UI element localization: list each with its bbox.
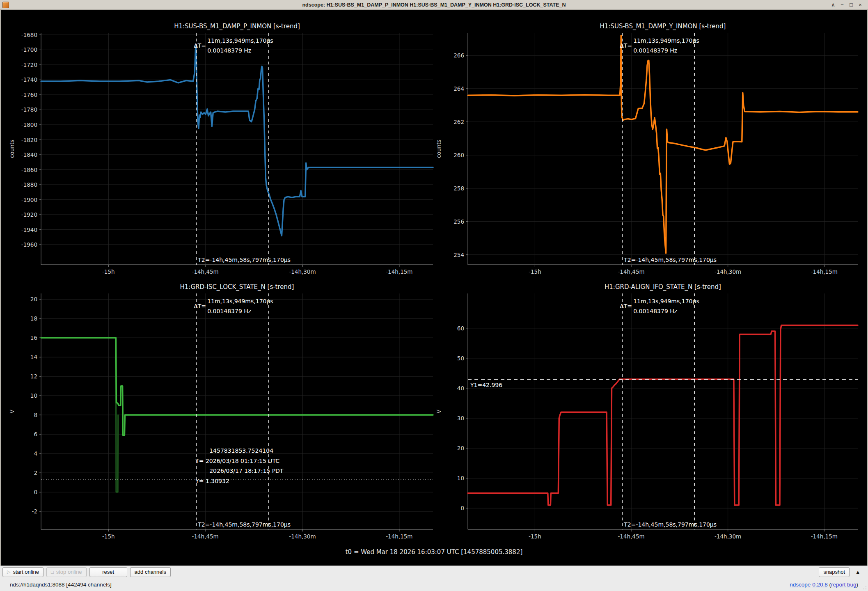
ndscope-window: ndscope: H1:SUS-BS_M1_DAMP_P_INMON H1:SU… [0,0,868,591]
y-tick-label: 264 [453,85,464,92]
y-tick-label: -1780 [21,106,37,113]
close-window-icon[interactable]: × [856,2,865,8]
y-tick-label: -1920 [21,211,37,218]
minimize-window-icon[interactable]: − [838,2,847,8]
delta-t-prefix: ΔT= [620,303,632,309]
plot-grid: -1680-1700-1720-1740-1760-1780-1800-1820… [0,10,868,566]
x-tick-label: -14h,45m [618,268,644,275]
x-tick-label: -14h,30m [715,533,741,540]
start-online-label: start online [13,569,39,575]
delta-t-hz: 0.00148379 Hz [207,47,251,54]
y-tick-label: -1860 [21,167,37,173]
y-tick-label: 60 [457,325,464,332]
y-tick-label: -1740 [21,76,37,83]
y-tick-label: 0 [34,489,37,495]
x-tick-label: -15h [102,533,115,540]
y-tick-label: -1760 [21,92,37,98]
x-tick-label: -14h,15m [811,533,838,540]
window-title: ndscope: H1:SUS-BS_M1_DAMP_P_INMON H1:SU… [0,2,868,8]
y-tick-label: -1880 [21,181,37,188]
plot-title: H1:SUS-BS_M1_DAMP_P_INMON [s-trend] [174,23,300,30]
reset-button[interactable]: reset [89,567,127,577]
t2-cursor-label: T2=-14h,45m,58s,797ms,170µs [623,521,717,528]
about-links: ndscope 0.20.8 (report bug) [790,582,858,588]
delta-t-value: 11m,13s,949ms,170µs [207,298,273,305]
y-tick-label: -1700 [21,46,37,53]
y-tick-label: 12 [30,373,37,380]
stop-icon: □ [51,570,54,575]
plots-canvas[interactable]: -1680-1700-1720-1740-1760-1780-1800-1820… [0,10,868,566]
statusbar: nds://h1daqnds1:8088 [442494 channels] n… [0,578,868,591]
y-tick-label: 266 [453,52,464,59]
delta-t-prefix: ΔT= [194,303,206,309]
y-tick-label: -1900 [21,197,37,203]
y-tick-label: 10 [457,475,464,481]
plot-title: H1:GRD-ALIGN_IFO_STATE_N [s-trend] [605,283,721,291]
datapoint-readout-line: T= 2026/03/18 01:17:15 UTC [195,458,279,464]
delta-t-value: 11m,13s,949ms,170µs [207,37,273,44]
delta-t-prefix: ΔT= [620,42,632,49]
delta-t-hz: 0.00148379 Hz [633,308,677,314]
y-tick-label: -1940 [21,227,37,233]
x-tick-label: -14h,45m [192,533,219,540]
y-axis-label: V [435,409,442,413]
y-tick-label: 30 [457,415,464,421]
datapoint-readout-line: Y= 1.30932 [195,478,229,484]
x-tick-label: -14h,15m [811,268,838,275]
play-icon: ▷ [7,569,10,575]
y-tick-label: -1820 [21,137,37,143]
x-tick-label: -14h,15m [386,533,412,540]
plot-title: H1:GRD-ISC_LOCK_STATE_N [s-trend] [180,283,294,291]
y-tick-label: 260 [453,152,464,158]
x-tick-label: -14h,30m [289,268,316,275]
y-tick-label: -1840 [21,151,37,158]
start-online-button[interactable]: ▷ start online [2,567,44,577]
ndscope-link[interactable]: ndscope [790,582,811,588]
shade-window-icon[interactable]: ∧ [829,2,838,8]
x-tick-label: -15h [529,533,541,540]
bug-paren-close: ) [857,582,859,588]
plot-title: H1:SUS-BS_M1_DAMP_Y_INMON [s-trend] [600,23,726,30]
y-axis-label: V [9,409,15,413]
delta-t-value: 11m,13s,949ms,170µs [633,37,699,44]
plot-background [468,33,858,265]
y-tick-label: -1680 [21,32,37,38]
collapse-panel-icon[interactable]: ▲ [855,569,861,575]
y-axis-label: counts [9,140,15,158]
y-tick-label: -2 [32,508,37,515]
y-tick-label: 50 [457,355,464,362]
add-channels-button[interactable]: add channels [130,567,171,577]
plot-h1-grd-align-ifo-state-n[interactable]: 6050403020100-15h-14h,45m-14h,30m-14h,15… [435,283,858,540]
t2-cursor-label: T2=-14h,45m,58s,797ms,170µs [623,257,717,263]
x-tick-label: -14h,30m [289,533,316,540]
window-controls: ∧ − □ × [829,2,868,8]
stop-online-button[interactable]: □ stop online [46,567,87,577]
datapoint-readout-line: 2026/03/17 18:17:15 PDT [209,467,284,474]
resize-grip[interactable] [861,584,867,590]
delta-t-value: 11m,13s,949ms,170µs [633,298,699,305]
y-tick-label: 40 [457,385,464,392]
y-tick-label: 4 [34,450,37,457]
plot-h1-sus-bs-m1-damp-p-inmon[interactable]: -1680-1700-1720-1740-1760-1780-1800-1820… [9,23,433,275]
plot-h1-grd-isc-lock-state-n[interactable]: 20181614121086420-2-15h-14h,45m-14h,30m-… [9,283,433,540]
x-tick-label: -15h [529,268,541,275]
report-bug-link[interactable]: report bug [831,582,857,588]
y-tick-label: 0 [460,505,464,511]
y-tick-label: 2 [34,470,37,476]
snapshot-button[interactable]: snapshot [819,567,850,577]
x-tick-label: -15h [102,268,115,275]
window-titlebar[interactable]: ndscope: H1:SUS-BS_M1_DAMP_P_INMON H1:SU… [0,0,868,10]
y-tick-label: 14 [30,354,37,360]
version-link[interactable]: 0.20.8 [812,582,828,588]
maximize-window-icon[interactable]: □ [847,2,856,8]
x-tick-label: -14h,45m [192,268,219,275]
y-tick-label: 16 [30,334,37,341]
y-tick-label: 256 [453,218,464,225]
plot-h1-sus-bs-m1-damp-y-inmon[interactable]: 266264262260258256254-15h-14h,45m-14h,30… [435,23,858,275]
x-tick-label: -14h,30m [715,268,741,275]
t0-label: t0 = Wed Mar 18 2026 16:03:07 UTC [14578… [0,548,868,556]
datapoint-readout-line: 1457831853.7524104 [209,447,273,454]
plot-background [468,293,858,529]
y-tick-label: 20 [30,296,37,302]
y-tick-label: 6 [34,431,37,438]
